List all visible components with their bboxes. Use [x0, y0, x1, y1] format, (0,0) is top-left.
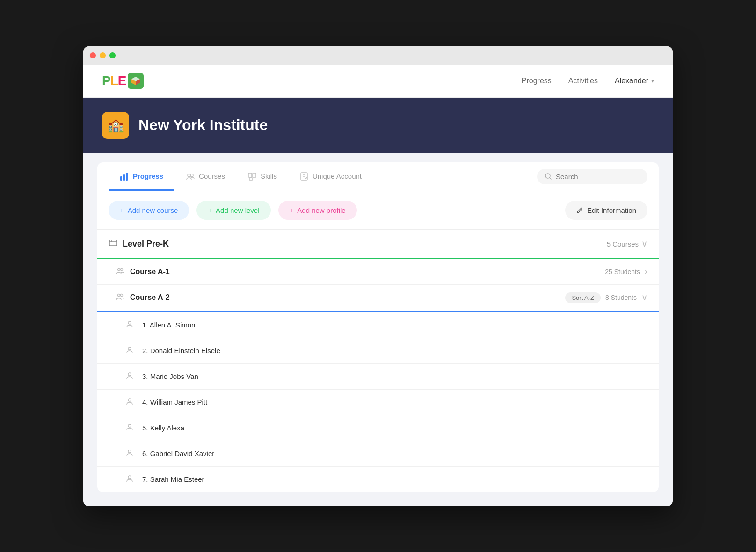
students-section: 1. Allen A. Simon 2. Donald Einstein Eis…	[97, 311, 659, 492]
courses-expand-icon[interactable]: ∨	[641, 239, 647, 249]
logo-e: E	[118, 73, 126, 88]
logo: PLE	[102, 73, 144, 89]
courses-count-label: 5 Courses	[607, 240, 639, 248]
content-card: Progress Courses	[97, 162, 659, 492]
course-a1-expand-icon[interactable]: ›	[645, 267, 647, 276]
svg-point-25	[118, 294, 120, 297]
svg-rect-11	[248, 173, 252, 177]
svg-rect-14	[301, 173, 307, 180]
student-name-2: 2. Donald Einstein Eisele	[142, 347, 220, 355]
institute-header: 🏫 New York Institute	[83, 98, 673, 153]
navbar: PLE Progress Activities Alexander ▾	[83, 65, 673, 98]
course-a2-row[interactable]: Course A-2 Sort A-Z 8 Students ∨	[97, 285, 659, 311]
svg-point-23	[118, 268, 120, 270]
minimize-button[interactable]	[100, 52, 106, 58]
add-profile-plus-icon: +	[290, 206, 294, 214]
student-name-1: 1. Allen A. Simon	[142, 321, 195, 329]
nav-user-menu[interactable]: Alexander ▾	[615, 77, 654, 85]
tab-unique-account[interactable]: Unique Account	[288, 162, 373, 191]
edit-information-label: Edit Information	[587, 206, 636, 214]
add-level-label: Add new level	[216, 206, 259, 214]
add-level-button[interactable]: + Add new level	[196, 201, 270, 220]
svg-point-24	[121, 268, 123, 270]
main-content: Progress Courses	[83, 153, 673, 506]
add-profile-button[interactable]: + Add new profile	[278, 201, 357, 220]
student-avatar-icon-5	[125, 423, 136, 433]
maximize-button[interactable]	[109, 52, 116, 58]
nav-progress[interactable]: Progress	[522, 77, 552, 85]
student-name-7: 7. Sarah Mia Esteer	[142, 475, 204, 483]
course-a1-name: Course A-1	[130, 268, 605, 276]
institute-icon: 🏫	[102, 112, 129, 139]
tab-courses[interactable]: Courses	[174, 162, 236, 191]
edit-information-button[interactable]: Edit Information	[565, 201, 647, 220]
search-input[interactable]	[556, 173, 640, 181]
tab-progress[interactable]: Progress	[109, 162, 174, 191]
svg-rect-13	[253, 173, 256, 177]
svg-rect-8	[126, 173, 128, 181]
tab-courses-label: Courses	[199, 172, 225, 180]
svg-point-28	[128, 347, 131, 350]
student-avatar-icon-3	[125, 371, 136, 382]
course-a1-meta: 25 Students ›	[605, 267, 647, 276]
svg-point-10	[190, 174, 193, 177]
student-row-5: 5. Kelly Alexa	[97, 415, 659, 441]
course-a1-icon	[116, 267, 124, 277]
student-avatar-icon-6	[125, 449, 136, 459]
level-prek-title: Level Pre-K	[123, 239, 607, 249]
institute-title: New York Institute	[138, 116, 268, 134]
course-a2-students: 8 Students	[605, 294, 637, 301]
student-avatar-icon-7	[125, 474, 136, 485]
tabs-row: Progress Courses	[97, 162, 659, 191]
level-prek-icon	[109, 238, 118, 250]
nav-username: Alexander	[615, 77, 648, 85]
add-course-button[interactable]: + Add new course	[109, 201, 189, 220]
student-row-2: 2. Donald Einstein Eisele	[97, 338, 659, 364]
level-prek-header: Level Pre-K 5 Courses ∨	[97, 230, 659, 259]
logo-l: L	[110, 73, 118, 88]
add-level-plus-icon: +	[208, 206, 212, 214]
student-row-6: 6. Gabriel David Xavier	[97, 441, 659, 467]
add-profile-label: Add new profile	[297, 206, 345, 214]
close-button[interactable]	[90, 52, 96, 58]
svg-point-31	[128, 424, 131, 427]
svg-rect-6	[120, 176, 122, 181]
sort-badge[interactable]: Sort A-Z	[565, 292, 601, 303]
add-course-label: Add new course	[128, 206, 178, 214]
student-name-6: 6. Gabriel David Xavier	[142, 450, 214, 458]
svg-line-18	[550, 178, 551, 179]
svg-point-29	[128, 373, 131, 376]
titlebar	[83, 46, 673, 65]
logo-p: P	[102, 73, 110, 88]
chevron-down-icon: ▾	[651, 78, 654, 84]
student-row-4: 4. William James Pitt	[97, 390, 659, 415]
tab-unique-account-label: Unique Account	[313, 172, 362, 180]
app-window: PLE Progress Activities Alexander ▾	[83, 46, 673, 506]
search-box	[537, 169, 647, 184]
student-avatar-icon-1	[125, 320, 136, 330]
svg-rect-20	[109, 240, 117, 246]
svg-rect-7	[123, 174, 125, 181]
student-row-3: 3. Marie Jobs Van	[97, 364, 659, 390]
svg-point-27	[128, 321, 131, 324]
edit-icon	[576, 207, 583, 214]
svg-line-19	[580, 209, 581, 210]
add-course-plus-icon: +	[120, 206, 124, 214]
svg-point-26	[121, 294, 123, 297]
course-a1-row[interactable]: Course A-1 25 Students ›	[97, 259, 659, 285]
nav-activities[interactable]: Activities	[568, 77, 598, 85]
student-row-1: 1. Allen A. Simon	[97, 312, 659, 338]
logo-cube-icon	[128, 73, 144, 89]
search-icon	[545, 173, 552, 180]
course-a2-expand-icon[interactable]: ∨	[641, 292, 647, 303]
course-a2-icon	[116, 292, 124, 303]
tab-skills-label: Skills	[261, 172, 277, 180]
svg-point-32	[128, 450, 131, 453]
tab-skills[interactable]: Skills	[236, 162, 288, 191]
actions-row: + Add new course + Add new level + Add n…	[97, 191, 659, 230]
course-a2-name: Course A-2	[130, 293, 565, 302]
student-name-5: 5. Kelly Alexa	[142, 424, 184, 432]
nav-links: Progress Activities Alexander ▾	[522, 77, 654, 85]
student-avatar-icon-4	[125, 397, 136, 407]
student-avatar-icon-2	[125, 346, 136, 356]
